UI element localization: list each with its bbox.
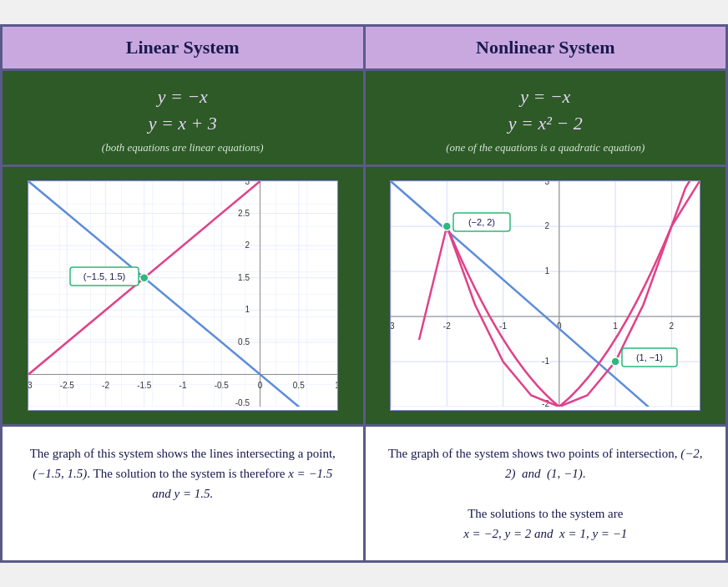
svg-text:-2: -2 — [443, 321, 451, 331]
main-container: Linear System Nonlinear System y = −x y … — [0, 24, 728, 563]
svg-text:-1: -1 — [179, 381, 186, 390]
nonlinear-eq1: y = −x — [374, 86, 718, 108]
svg-text:-3: -3 — [391, 321, 395, 331]
svg-text:-0.5: -0.5 — [235, 398, 250, 407]
nonlinear-desc-points: (−2, 2) and (1, −1) — [505, 447, 703, 480]
linear-description: The graph of this system shows the lines… — [3, 427, 366, 560]
svg-text:-3: -3 — [28, 381, 33, 390]
svg-text:2: 2 — [245, 240, 250, 250]
nonlinear-description: The graph of the system shows two points… — [366, 427, 726, 560]
svg-text:1: 1 — [614, 321, 619, 331]
nonlinear-point2 — [611, 357, 619, 366]
nonlinear-header: Nonlinear System — [366, 27, 726, 68]
svg-text:3: 3 — [245, 181, 250, 186]
linear-desc-solution: x = −1.5 and y = 1.5. — [152, 467, 332, 500]
linear-intersection-label: (−1.5, 1.5) — [83, 271, 125, 281]
linear-graph-cell: -3 -2.5 -2 -1.5 -1 -0.5 0 0.5 1 3 2.5 2 … — [3, 167, 366, 424]
svg-rect-39 — [391, 181, 700, 407]
svg-text:-2.5: -2.5 — [59, 381, 74, 390]
linear-graph-container: -3 -2.5 -2 -1.5 -1 -0.5 0 0.5 1 3 2.5 2 … — [28, 180, 338, 411]
nonlinear-desc-line2: The solutions to the system are — [386, 504, 706, 524]
nonlinear-label2: (1, −1) — [636, 352, 663, 362]
linear-equations: y = −x y = x + 3 (both equations are lin… — [3, 71, 366, 164]
nonlinear-desc-line3: x = −2, y = 2 and x = 1, y = −1 — [386, 524, 706, 544]
linear-note: (both equations are linear equations) — [11, 141, 355, 154]
svg-text:1: 1 — [245, 305, 250, 314]
svg-text:1.5: 1.5 — [238, 273, 250, 282]
linear-header: Linear System — [3, 27, 366, 68]
nonlinear-graph-cell: -3 -2 -1 0 1 2 3 2 1 -1 -2 — [366, 167, 726, 424]
linear-desc-text: The graph of this system shows the lines… — [30, 447, 336, 500]
svg-text:-0.5: -0.5 — [214, 381, 229, 390]
nonlinear-desc-line1: The graph of the system shows two points… — [386, 443, 706, 483]
svg-text:0.5: 0.5 — [238, 337, 250, 347]
header-row: Linear System Nonlinear System — [3, 27, 725, 71]
equations-row: y = −x y = x + 3 (both equations are lin… — [3, 71, 725, 167]
svg-text:1: 1 — [545, 266, 550, 276]
svg-text:0.5: 0.5 — [293, 381, 305, 390]
linear-eq1: y = −x — [11, 86, 355, 108]
linear-graph-svg: -3 -2.5 -2 -1.5 -1 -0.5 0 0.5 1 3 2.5 2 … — [28, 181, 337, 407]
linear-eq2: y = x + 3 — [11, 113, 355, 134]
description-row: The graph of this system shows the lines… — [3, 427, 725, 560]
svg-text:-1: -1 — [542, 357, 549, 366]
svg-text:0: 0 — [257, 381, 262, 390]
graph-row: -3 -2.5 -2 -1.5 -1 -0.5 0 0.5 1 3 2.5 2 … — [3, 167, 725, 427]
svg-text:2: 2 — [545, 221, 550, 230]
svg-text:1: 1 — [335, 381, 337, 390]
svg-text:-1: -1 — [499, 321, 507, 331]
nonlinear-graph-container: -3 -2 -1 0 1 2 3 2 1 -1 -2 — [390, 180, 700, 411]
svg-text:2: 2 — [670, 321, 675, 331]
svg-text:-2: -2 — [102, 381, 109, 390]
svg-text:-1.5: -1.5 — [137, 381, 152, 390]
nonlinear-label1: (−2, 2) — [468, 217, 495, 227]
nonlinear-point1 — [443, 222, 452, 230]
nonlinear-eq2: y = x² − 2 — [374, 113, 718, 134]
svg-text:3: 3 — [545, 181, 550, 186]
nonlinear-note: (one of the equations is a quadratic equ… — [374, 141, 718, 154]
svg-text:2.5: 2.5 — [238, 209, 250, 218]
linear-desc-point: (−1.5, 1.5) — [33, 467, 87, 480]
nonlinear-equations: y = −x y = x² − 2 (one of the equations … — [366, 71, 726, 164]
nonlinear-graph-svg: -3 -2 -1 0 1 2 3 2 1 -1 -2 — [391, 181, 700, 407]
